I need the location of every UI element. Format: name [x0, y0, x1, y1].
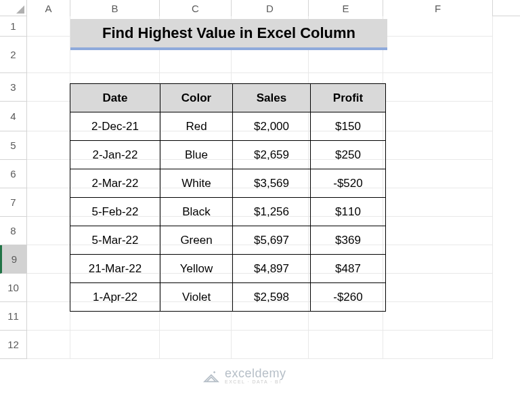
title-text: Find Highest Value in Excel Column — [102, 24, 355, 42]
row-header-5[interactable]: 5 — [0, 131, 27, 160]
column-header-e[interactable]: E — [309, 0, 383, 16]
table-row: 21-Mar-22Yellow$4,897$487 — [70, 255, 387, 283]
title-merged-cell[interactable]: Find Highest Value in Excel Column — [70, 19, 387, 50]
cell-date[interactable]: 1-Apr-22 — [70, 282, 160, 312]
cell-color[interactable]: Green — [160, 226, 233, 255]
cell-A1[interactable] — [27, 16, 70, 37]
cell-A12[interactable] — [27, 331, 70, 359]
cell-F2[interactable] — [383, 37, 493, 73]
cell-A9[interactable] — [27, 245, 70, 274]
cell-profit[interactable]: -$260 — [310, 282, 386, 312]
cell-sales[interactable]: $5,697 — [232, 226, 311, 255]
column-header-a[interactable]: A — [27, 0, 70, 16]
select-all-button[interactable] — [0, 0, 27, 16]
cell-A7[interactable] — [27, 188, 70, 217]
column-header-d[interactable]: D — [232, 0, 309, 16]
table-row: 2-Mar-22White$3,569-$520 — [70, 169, 387, 198]
data-table: Date Color Sales Profit 2-Dec-21Red$2,00… — [70, 84, 387, 312]
cell-E12[interactable] — [309, 331, 383, 359]
cell-date[interactable]: 2-Mar-22 — [70, 169, 160, 198]
cell-A2[interactable] — [27, 37, 70, 73]
row-header-3[interactable]: 3 — [0, 73, 27, 102]
cell-F3[interactable] — [383, 73, 493, 102]
cell-color[interactable]: Violet — [160, 282, 233, 312]
row-header-12[interactable]: 12 — [0, 331, 27, 359]
cell-sales[interactable]: $1,256 — [232, 197, 311, 226]
row-headers: 123456789101112 — [0, 16, 27, 359]
exceldemy-logo-icon — [203, 369, 219, 383]
cell-F12[interactable] — [383, 331, 493, 359]
cell-F9[interactable] — [383, 245, 493, 274]
cell-profit[interactable]: $110 — [310, 197, 386, 226]
row-header-9[interactable]: 9 — [0, 245, 27, 274]
row-header-4[interactable]: 4 — [0, 102, 27, 131]
cell-F8[interactable] — [383, 217, 493, 245]
column-header-f[interactable]: F — [383, 0, 493, 16]
row-header-8[interactable]: 8 — [0, 217, 27, 245]
cell-sales[interactable]: $4,897 — [232, 254, 311, 283]
table-row: 2-Dec-21Red$2,000$150 — [70, 112, 387, 141]
cell-B12[interactable] — [70, 331, 160, 359]
header-profit[interactable]: Profit — [310, 83, 386, 112]
table-row: 5-Mar-22Green$5,697$369 — [70, 226, 387, 255]
cell-profit[interactable]: $250 — [310, 140, 386, 169]
column-header-c[interactable]: C — [160, 0, 232, 16]
cell-color[interactable]: Blue — [160, 140, 233, 169]
table-row: 1-Apr-22Violet$2,598-$260 — [70, 283, 387, 312]
cell-profit[interactable]: $150 — [310, 112, 386, 141]
cell-F1[interactable] — [383, 16, 493, 37]
cell-F4[interactable] — [383, 102, 493, 131]
cell-color[interactable]: Black — [160, 197, 233, 226]
cell-color[interactable]: White — [160, 169, 233, 198]
cell-F5[interactable] — [383, 131, 493, 160]
cell-date[interactable]: 21-Mar-22 — [70, 254, 160, 283]
cell-A8[interactable] — [27, 217, 70, 245]
cell-C12[interactable] — [160, 331, 232, 359]
cell-sales[interactable]: $2,598 — [232, 282, 311, 312]
header-sales[interactable]: Sales — [232, 83, 311, 112]
cell-A5[interactable] — [27, 131, 70, 160]
cell-color[interactable]: Red — [160, 112, 233, 141]
cell-A6[interactable] — [27, 160, 70, 188]
row-header-10[interactable]: 10 — [0, 274, 27, 302]
cell-A4[interactable] — [27, 102, 70, 131]
row-header-11[interactable]: 11 — [0, 302, 27, 331]
cell-sales[interactable]: $2,000 — [232, 112, 311, 141]
cell-profit[interactable]: $487 — [310, 254, 386, 283]
watermark-text: exceldemy EXCEL · DATA · BI — [225, 367, 286, 384]
cell-color[interactable]: Yellow — [160, 254, 233, 283]
cell-A3[interactable] — [27, 73, 70, 102]
cell-profit[interactable]: -$520 — [310, 169, 386, 198]
svg-rect-0 — [213, 371, 216, 373]
cell-date[interactable]: 5-Mar-22 — [70, 226, 160, 255]
column-header-b[interactable]: B — [70, 0, 160, 16]
column-headers: ABCDEF — [27, 0, 520, 16]
row-header-2[interactable]: 2 — [0, 37, 27, 73]
table-row: 2-Jan-22Blue$2,659$250 — [70, 141, 387, 169]
cell-profit[interactable]: $369 — [310, 226, 386, 255]
cell-date[interactable]: 5-Feb-22 — [70, 197, 160, 226]
cell-F10[interactable] — [383, 274, 493, 302]
cell-F6[interactable] — [383, 160, 493, 188]
cell-D12[interactable] — [232, 331, 309, 359]
cell-sales[interactable]: $2,659 — [232, 140, 311, 169]
row-header-6[interactable]: 6 — [0, 160, 27, 188]
header-color[interactable]: Color — [160, 83, 233, 112]
watermark-brand: exceldemy — [225, 367, 286, 379]
watermark: exceldemy EXCEL · DATA · BI — [203, 367, 286, 384]
watermark-tagline: EXCEL · DATA · BI — [225, 379, 286, 384]
row-header-1[interactable]: 1 — [0, 16, 27, 37]
cell-date[interactable]: 2-Jan-22 — [70, 140, 160, 169]
cell-F7[interactable] — [383, 188, 493, 217]
cell-A10[interactable] — [27, 274, 70, 302]
table-row: 5-Feb-22Black$1,256$110 — [70, 198, 387, 226]
cell-A11[interactable] — [27, 302, 70, 331]
table-header-row: Date Color Sales Profit — [70, 84, 387, 112]
header-date[interactable]: Date — [70, 83, 160, 112]
cell-date[interactable]: 2-Dec-21 — [70, 112, 160, 141]
cell-F11[interactable] — [383, 302, 493, 331]
cell-sales[interactable]: $3,569 — [232, 169, 311, 198]
row-header-7[interactable]: 7 — [0, 188, 27, 217]
